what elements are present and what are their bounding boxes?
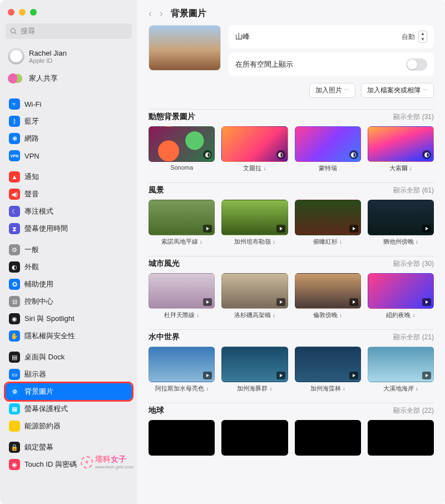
wallpaper-thumb bbox=[295, 200, 361, 235]
sidebar-item-energy[interactable]: ⚡能源節約器 bbox=[6, 418, 132, 434]
wall-icon: ❁ bbox=[9, 386, 20, 397]
wallpaper-preview[interactable] bbox=[149, 25, 221, 71]
search-input[interactable]: 搜尋 bbox=[6, 23, 132, 39]
sidebar-item-label: Touch ID 與密碼 bbox=[24, 459, 77, 470]
tile-label: 俯瞰紅杉 ↓ bbox=[313, 238, 342, 246]
section-city: 城市風光顯示全部 (30)杜拜天際線 ↓洛杉磯高架橋 ↓倫敦傍晚 ↓紐約夜晚 ↓ bbox=[137, 259, 445, 327]
wallpaper-tile[interactable]: Sonoma bbox=[149, 126, 215, 172]
show-all-link[interactable]: 顯示全部 (21) bbox=[393, 333, 434, 342]
apple-id-row[interactable]: Rachel Jian Apple ID bbox=[6, 45, 132, 68]
sidebar-item-label: 外觀 bbox=[24, 262, 39, 272]
lock-icon: 🔒 bbox=[9, 442, 20, 453]
sidebar-item-wifi[interactable]: ᯤWi-Fi bbox=[6, 96, 132, 112]
sidebar-item-access[interactable]: ✪輔助使用 bbox=[6, 276, 132, 293]
chevron-down-icon: ﹀ bbox=[344, 87, 349, 94]
sidebar-item-siri[interactable]: ◉Siri 與 Spotlight bbox=[6, 310, 132, 327]
search-placeholder: 搜尋 bbox=[21, 26, 35, 36]
show-all-link[interactable]: 顯示全部 (61) bbox=[393, 186, 434, 195]
sidebar-item-label: VPN bbox=[24, 152, 39, 160]
sidebar-item-touch[interactable]: ◉Touch ID 與密碼 bbox=[6, 456, 132, 473]
sidebar-item-hand[interactable]: ✋隱私權與安全性 bbox=[6, 328, 132, 344]
sidebar-item-appear[interactable]: ◐外觀 bbox=[6, 259, 132, 275]
divider bbox=[149, 109, 434, 110]
play-icon bbox=[422, 298, 431, 306]
sidebar-item-label: 通知 bbox=[24, 172, 39, 182]
add-photo-button[interactable]: 加入照片﹀ bbox=[309, 83, 355, 98]
sidebar-item-saver[interactable]: ▦螢幕保護程式 bbox=[6, 401, 132, 417]
wallpaper-tile[interactable] bbox=[221, 420, 288, 458]
wallpaper-thumb bbox=[295, 273, 361, 309]
sidebar-item-vpn[interactable]: VPNVPN bbox=[6, 147, 132, 164]
zoom-button[interactable] bbox=[30, 9, 37, 16]
wallpaper-tile[interactable]: 文圖拉 ↓ bbox=[221, 126, 288, 172]
wallpaper-tile[interactable]: 杜拜天際線 ↓ bbox=[149, 273, 215, 319]
sidebar-item-label: 桌面與 Dock bbox=[24, 352, 65, 362]
sidebar-item-dock[interactable]: ▤桌面與 Dock bbox=[6, 349, 132, 365]
wallpaper-thumb bbox=[149, 126, 215, 162]
close-button[interactable] bbox=[8, 9, 14, 16]
sidebar-item-globe[interactable]: ❋網路 bbox=[6, 130, 132, 147]
wallpaper-tile[interactable]: 大溪地海岸 ↓ bbox=[368, 347, 434, 393]
sidebar: 搜尋 Rachel Jian Apple ID 家人共享 ᯤWi-Fiᛒ藍牙❋網… bbox=[0, 0, 137, 504]
forward-button[interactable]: › bbox=[160, 8, 163, 19]
sidebar-item-bt[interactable]: ᛒ藍牙 bbox=[6, 113, 132, 130]
sidebar-item-lock[interactable]: 🔒鎖定螢幕 bbox=[6, 439, 132, 456]
sidebar-item-hour[interactable]: ⧗螢幕使用時間 bbox=[6, 220, 132, 237]
sidebar-item-label: 螢幕保護程式 bbox=[24, 404, 68, 414]
hand-icon: ✋ bbox=[9, 330, 20, 342]
wallpaper-tile[interactable]: 索諾馬地平線 ↓ bbox=[149, 200, 215, 246]
sidebar-item-bell[interactable]: ▲通知 bbox=[6, 169, 132, 185]
account-name: Rachel Jian bbox=[29, 49, 67, 57]
all-spaces-toggle[interactable] bbox=[406, 58, 427, 71]
sidebar-item-sound[interactable]: ◀)聲音 bbox=[6, 186, 132, 202]
wallpaper-name-row: 山峰 自動 ▲▼ bbox=[229, 25, 434, 48]
sidebar-item-gear[interactable]: ⚙一般 bbox=[6, 241, 132, 258]
wallpaper-tile[interactable]: 阿拉斯加水母亮色 ↓ bbox=[149, 347, 215, 393]
all-spaces-row: 在所有空間上顯示 bbox=[229, 53, 434, 76]
show-all-link[interactable]: 顯示全部 (31) bbox=[393, 112, 434, 122]
tile-label: 倫敦傍晚 ↓ bbox=[313, 311, 342, 319]
section-sea: 水中世界顯示全部 (21)阿拉斯加水母亮色 ↓加州海豚群 ↓加州海藻林 ↓大溪地… bbox=[137, 332, 445, 401]
wallpaper-tile[interactable] bbox=[295, 420, 361, 458]
wallpaper-tile[interactable]: 猶他州傍晚 ↓ bbox=[368, 200, 434, 246]
bell-icon: ▲ bbox=[9, 171, 20, 182]
wallpaper-tile[interactable] bbox=[368, 420, 434, 458]
add-folder-button[interactable]: 加入檔案夾或相簿﹀ bbox=[361, 83, 434, 98]
family-sharing-row[interactable]: 家人共享 bbox=[6, 70, 132, 89]
download-icon: ↓ bbox=[343, 386, 345, 392]
show-all-link[interactable]: 顯示全部 (22) bbox=[393, 406, 434, 416]
wallpaper-tile[interactable]: 大索爾 ↓ bbox=[368, 126, 434, 172]
tile-label: 杜拜天際線 ↓ bbox=[164, 311, 199, 319]
wallpaper-tile[interactable]: 倫敦傍晚 ↓ bbox=[295, 273, 361, 319]
dynamic-icon bbox=[203, 150, 212, 159]
wallpaper-tile[interactable] bbox=[149, 420, 215, 458]
sidebar-item-cc[interactable]: ⊟控制中心 bbox=[6, 293, 132, 310]
back-button[interactable]: ‹ bbox=[149, 8, 152, 19]
mode-select[interactable]: 自動 ▲▼ bbox=[402, 31, 427, 43]
wallpaper-tile[interactable]: 俯瞰紅杉 ↓ bbox=[295, 200, 361, 246]
download-icon: ↓ bbox=[339, 239, 342, 245]
wallpaper-tile[interactable]: 加州海豚群 ↓ bbox=[221, 347, 288, 393]
wallpaper-thumb bbox=[368, 273, 434, 309]
action-buttons: 加入照片﹀ 加入檔案夾或相簿﹀ bbox=[137, 83, 445, 107]
sidebar-item-wall[interactable]: ❁背景圖片 bbox=[6, 383, 132, 400]
wallpaper-tile[interactable]: 加州坦布勒嶺 ↓ bbox=[221, 200, 288, 246]
wallpaper-thumb bbox=[149, 273, 215, 309]
download-icon: ↓ bbox=[263, 165, 266, 171]
touch-icon: ◉ bbox=[9, 459, 20, 470]
section-title: 風景 bbox=[149, 185, 164, 195]
sidebar-item-moon[interactable]: ☾專注模式 bbox=[6, 203, 132, 220]
window-controls bbox=[6, 7, 132, 21]
wallpaper-tile[interactable]: 紐約夜晚 ↓ bbox=[368, 273, 434, 319]
section-dynamic: 動態背景圖片顯示全部 (31)Sonoma文圖拉 ↓蒙特瑞大索爾 ↓ bbox=[137, 112, 445, 180]
minimize-button[interactable] bbox=[19, 9, 26, 16]
sidebar-item-display[interactable]: ▭顯示器 bbox=[6, 366, 132, 383]
show-all-link[interactable]: 顯示全部 (30) bbox=[393, 259, 434, 269]
wallpaper-tile[interactable]: 蒙特瑞 bbox=[295, 126, 361, 172]
wallpaper-tile[interactable]: 加州海藻林 ↓ bbox=[295, 347, 361, 393]
wallpaper-tile[interactable]: 洛杉磯高架橋 ↓ bbox=[221, 273, 288, 319]
play-icon bbox=[276, 298, 285, 306]
hour-icon: ⧗ bbox=[9, 223, 20, 234]
cc-icon: ⊟ bbox=[9, 296, 20, 307]
family-icon bbox=[8, 73, 24, 83]
